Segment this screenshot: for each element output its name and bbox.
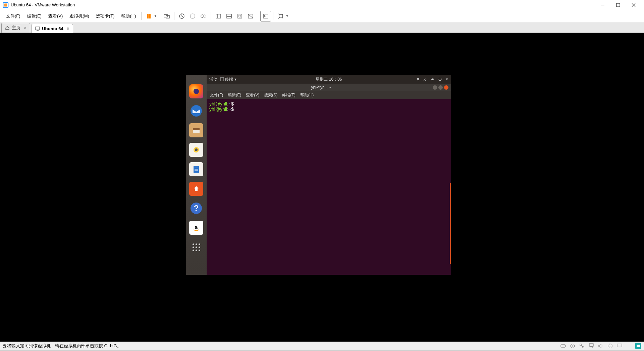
- svg-rect-50: [589, 344, 593, 346]
- dock-thunderbird[interactable]: [189, 104, 203, 118]
- snapshot-button[interactable]: [176, 11, 187, 21]
- term-menu-edit[interactable]: 编辑(E): [228, 92, 241, 98]
- dock-amazon[interactable]: a: [189, 221, 203, 235]
- tab-bar: 主页 × Ubuntu 64 ×: [0, 22, 644, 33]
- dock-writer[interactable]: [189, 162, 203, 176]
- pause-dropdown[interactable]: ▼: [154, 14, 157, 18]
- dock-software[interactable]: [189, 182, 203, 196]
- term-menu-file[interactable]: 文件(F): [210, 92, 223, 98]
- software-icon: [192, 184, 201, 193]
- clock[interactable]: 星期二 16：06: [316, 77, 342, 82]
- terminal-line: yhl@yhll:~$: [209, 106, 448, 112]
- svg-text:?: ?: [194, 204, 199, 213]
- dock-files[interactable]: [189, 123, 203, 137]
- svg-rect-18: [238, 14, 242, 18]
- status-message: 要将输入定向到该虚拟机，请在虚拟机内部单击或按 Ctrl+G。: [3, 343, 560, 349]
- svg-rect-9: [166, 15, 169, 18]
- svg-rect-57: [637, 345, 640, 347]
- dock-help[interactable]: ?: [189, 201, 203, 215]
- terminal-menu-icon: [220, 77, 224, 81]
- snapshot-revert-button[interactable]: [187, 11, 198, 21]
- terminal-minimize[interactable]: [433, 85, 437, 90]
- input-source-indicator[interactable]: ▼: [416, 77, 420, 82]
- menu-file[interactable]: 文件(F): [3, 12, 24, 20]
- tab-home[interactable]: 主页 ×: [1, 23, 30, 33]
- separator: [211, 12, 211, 20]
- amazon-icon: a: [192, 223, 201, 232]
- status-cd-icon[interactable]: [570, 343, 576, 349]
- terminal-title: yhl@yhll: ~: [209, 85, 433, 90]
- svg-rect-19: [239, 15, 241, 17]
- title-bar: Ubuntu 64 - VMware Workstation: [0, 0, 644, 10]
- tab-home-label: 主页: [12, 25, 20, 31]
- pause-button[interactable]: [144, 11, 154, 21]
- status-disk-icon[interactable]: [560, 343, 566, 349]
- window-title: Ubuntu 64 - VMware Workstation: [11, 2, 595, 7]
- send-ctrl-alt-del-button[interactable]: [161, 11, 172, 21]
- svg-text:a: a: [195, 224, 198, 230]
- status-network-icon[interactable]: [579, 343, 585, 349]
- terminal-body[interactable]: yhl@yhll:~$ yhl@yhll:~$: [207, 99, 451, 275]
- minimize-button[interactable]: [595, 0, 610, 10]
- menu-tabs[interactable]: 选项卡(T): [93, 12, 118, 20]
- svg-rect-24: [36, 27, 40, 30]
- svg-rect-54: [609, 347, 611, 348]
- svg-rect-55: [617, 344, 622, 347]
- term-menu-view[interactable]: 查看(V): [246, 92, 259, 98]
- activities-button[interactable]: 活动: [209, 77, 217, 82]
- svg-point-31: [195, 148, 198, 151]
- terminal-close[interactable]: [444, 85, 448, 90]
- status-sound-icon[interactable]: [598, 343, 604, 349]
- term-menu-help[interactable]: 帮助(H): [300, 92, 314, 98]
- terminal-maximize[interactable]: [438, 85, 443, 90]
- show-thumbnail-button[interactable]: [224, 11, 234, 21]
- power-icon[interactable]: [438, 77, 442, 81]
- files-icon: [192, 126, 201, 135]
- show-sidebar-button[interactable]: [213, 11, 224, 21]
- unity-button[interactable]: [245, 11, 256, 21]
- term-menu-terminal[interactable]: 终端(T): [282, 92, 295, 98]
- console-view-button[interactable]: [260, 11, 271, 21]
- dock-rhythmbox[interactable]: [189, 143, 203, 157]
- stretch-button[interactable]: [275, 11, 286, 21]
- app-menu[interactable]: 终端 ▾: [220, 77, 236, 82]
- vm-tab-icon: [35, 26, 40, 31]
- term-menu-search[interactable]: 搜索(S): [264, 92, 277, 98]
- dock-firefox[interactable]: [189, 84, 203, 98]
- vm-display-area[interactable]: ? a 活动 终端 ▾ 星期二 16：06 ▼: [0, 33, 644, 342]
- menu-vm[interactable]: 虚拟机(M): [66, 12, 93, 20]
- app-menu-label: 终端: [225, 77, 233, 82]
- volume-icon[interactable]: [431, 77, 435, 81]
- tab-ubuntu[interactable]: Ubuntu 64 ×: [32, 24, 73, 33]
- menu-edit[interactable]: 编辑(E): [24, 12, 45, 20]
- thunderbird-icon: [190, 104, 203, 117]
- status-usb-icon[interactable]: [588, 343, 594, 349]
- separator: [159, 12, 159, 20]
- tab-home-close[interactable]: ×: [24, 25, 26, 31]
- system-menu-dropdown[interactable]: ▼: [445, 78, 448, 81]
- home-icon: [5, 26, 10, 30]
- svg-rect-3: [616, 3, 620, 7]
- status-printer-icon[interactable]: [607, 343, 613, 349]
- tab-ubuntu-close[interactable]: ×: [67, 26, 69, 31]
- stretch-dropdown[interactable]: ▼: [285, 14, 289, 18]
- ubuntu-top-bar: 活动 终端 ▾ 星期二 16：06 ▼ ▼: [207, 75, 451, 84]
- svg-point-44: [564, 346, 565, 346]
- status-message-icon[interactable]: [635, 343, 641, 349]
- menu-help[interactable]: 帮助(H): [118, 12, 139, 20]
- network-icon[interactable]: [423, 77, 427, 81]
- close-button[interactable]: [626, 0, 641, 10]
- tab-ubuntu-label: Ubuntu 64: [42, 26, 63, 31]
- maximize-button[interactable]: [610, 0, 626, 10]
- svg-point-27: [191, 105, 202, 117]
- terminal-scrollbar[interactable]: [450, 183, 451, 264]
- status-display-icon[interactable]: [616, 343, 623, 349]
- menu-view[interactable]: 查看(V): [45, 12, 66, 20]
- dock-apps[interactable]: [189, 240, 203, 254]
- separator: [174, 12, 174, 20]
- status-bar: 要将输入定向到该虚拟机，请在虚拟机内部单击或按 Ctrl+G。: [0, 342, 644, 350]
- svg-line-21: [249, 14, 253, 18]
- snapshot-manager-button[interactable]: [198, 11, 209, 21]
- fullscreen-button[interactable]: [234, 11, 245, 21]
- svg-rect-39: [220, 78, 224, 81]
